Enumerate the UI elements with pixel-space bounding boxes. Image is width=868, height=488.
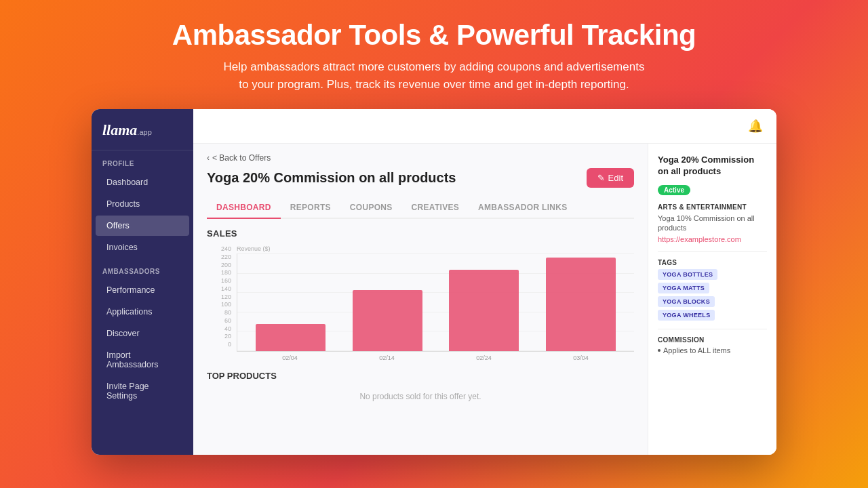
tag-yoga-blocks: YOGA BLOCKS: [658, 296, 715, 307]
x-label-1: 02/04: [246, 354, 334, 361]
sidebar-item-dashboard[interactable]: Dashboard: [96, 172, 189, 192]
main-content: 🔔 ‹ < Back to Offers Yoga 20% Commission…: [193, 109, 776, 455]
tab-dashboard[interactable]: DASHBOARD: [207, 197, 281, 219]
x-label-3: 02/24: [440, 354, 528, 361]
hero-title: Ambassador Tools & Powerful Tracking: [172, 19, 696, 52]
tag-yoga-bottles: YOGA BOTTLES: [658, 269, 717, 280]
y-label-220: 220: [221, 253, 231, 260]
y-label-0: 0: [228, 341, 231, 348]
tab-ambassador-links[interactable]: AMBASSADOR LINKS: [469, 197, 576, 219]
commission-label: COMMISSION: [658, 336, 767, 344]
arts-subtitle: Yoga 10% Commission on all products: [658, 214, 767, 233]
edit-icon: ✎: [597, 173, 605, 183]
y-label-160: 160: [221, 277, 231, 284]
x-labels: 02/04 02/14 02/24 03/04: [237, 352, 634, 361]
x-label-2: 02/14: [343, 354, 431, 361]
y-label-140: 140: [221, 285, 231, 292]
sidebar-item-discover[interactable]: Discover: [96, 323, 189, 344]
store-link[interactable]: https://examplestore.com: [658, 235, 767, 243]
edit-label: Edit: [608, 173, 623, 183]
arts-entertainment-label: ARTS & ENTERTAINMENT: [658, 203, 767, 211]
app-window: llama.app PROFILE Dashboard Products Off…: [92, 109, 776, 455]
right-divider-1: [658, 251, 767, 252]
center-panel: ‹ < Back to Offers Yoga 20% Commission o…: [193, 144, 648, 455]
bar-group-4: [537, 258, 625, 351]
offer-title-row: Yoga 20% Commission on all products ✎ Ed…: [207, 168, 634, 188]
content-area: ‹ < Back to Offers Yoga 20% Commission o…: [193, 144, 776, 455]
bar-group-3: [441, 270, 528, 351]
x-label-4: 03/04: [537, 354, 625, 361]
back-to-offers-link[interactable]: ‹ < Back to Offers: [207, 153, 634, 163]
top-bar: 🔔: [193, 109, 776, 144]
y-label-40: 40: [224, 325, 231, 332]
bar-3: [449, 270, 519, 351]
right-divider-2: [658, 329, 767, 329]
bar-2: [353, 290, 422, 351]
tab-reports[interactable]: REPORTS: [281, 197, 340, 219]
gridline-1: [237, 253, 634, 254]
bar-4: [546, 258, 616, 351]
offer-tabs: DASHBOARD REPORTS COUPONS CREATIVES AMBA…: [207, 197, 634, 219]
logo-app-suffix: .app: [137, 128, 151, 136]
offer-title: Yoga 20% Commission on all products: [207, 170, 456, 186]
tags-label: TAGS: [658, 259, 767, 266]
right-panel: Yoga 20% Commission on all products Acti…: [648, 144, 776, 455]
sidebar: llama.app PROFILE Dashboard Products Off…: [92, 109, 193, 455]
y-axis-title: Revenue ($): [237, 245, 634, 252]
tag-yoga-wheels: YOGA WHEELS: [658, 310, 715, 321]
edit-button[interactable]: ✎ Edit: [587, 168, 634, 188]
hero-section: Ambassador Tools & Powerful Tracking Hel…: [159, 0, 709, 106]
logo-text: llama.app: [102, 121, 152, 138]
notification-bell-icon[interactable]: 🔔: [748, 119, 763, 134]
bar-group-2: [344, 290, 431, 351]
tags-container: YOGA BOTTLES YOGA MATTS YOGA BLOCKS YOGA…: [658, 269, 767, 321]
bar-group-1: [247, 324, 334, 351]
tab-coupons[interactable]: COUPONS: [340, 197, 402, 219]
sales-chart-container: 240 220 200 180 160 140 120 100 80 60 40…: [207, 245, 634, 361]
bar-chart: [237, 253, 634, 352]
top-products-title: TOP PRODUCTS: [207, 371, 634, 381]
sidebar-profile-label: PROFILE: [92, 150, 193, 171]
sidebar-item-invoices[interactable]: Invoices: [96, 237, 189, 258]
back-link-label: < Back to Offers: [212, 153, 271, 163]
sidebar-item-products[interactable]: Products: [96, 194, 189, 214]
y-label-180: 180: [221, 269, 231, 276]
tab-creatives[interactable]: CREATIVES: [402, 197, 469, 219]
bar-1: [256, 324, 326, 351]
sidebar-ambassadors-label: AMBASSADORS: [92, 258, 193, 279]
hero-description: Help ambassadors attract more customers …: [197, 58, 671, 93]
active-badge: Active: [658, 185, 690, 195]
y-label-20: 20: [224, 333, 231, 340]
sales-section-title: SALES: [207, 228, 634, 239]
sidebar-item-import-ambassadors[interactable]: Import Ambassadors: [96, 345, 189, 375]
tag-yoga-matts: YOGA MATTS: [658, 283, 709, 293]
right-offer-title: Yoga 20% Commission on all products: [658, 155, 767, 178]
chart-bars-area: Revenue ($): [237, 245, 634, 361]
sidebar-item-offers[interactable]: Offers: [96, 216, 189, 236]
y-label-60: 60: [224, 317, 231, 324]
sidebar-item-performance[interactable]: Performance: [96, 280, 189, 300]
no-products-message: No products sold for this offer yet.: [207, 385, 634, 408]
y-label-100: 100: [221, 301, 231, 308]
commission-text: Applies to ALL items: [663, 346, 730, 354]
commission-item-1: Applies to ALL items: [658, 346, 767, 354]
y-label-120: 120: [221, 293, 231, 300]
y-label-80: 80: [224, 309, 231, 316]
sidebar-logo: llama.app: [92, 109, 193, 150]
sidebar-item-invite-page-settings[interactable]: Invite Page Settings: [96, 376, 189, 406]
chart-y-axis: 240 220 200 180 160 140 120 100 80 60 40…: [207, 245, 231, 361]
sidebar-item-applications[interactable]: Applications: [96, 302, 189, 322]
y-label-200: 200: [221, 262, 231, 268]
commission-bullet: [658, 349, 660, 352]
back-chevron-icon: ‹: [207, 153, 210, 163]
y-label-240: 240: [221, 245, 231, 252]
